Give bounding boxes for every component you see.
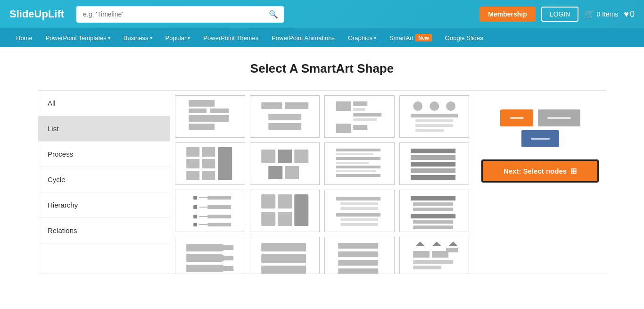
svg-rect-44 [411, 162, 455, 167]
svg-rect-83 [261, 254, 306, 263]
svg-rect-39 [336, 166, 380, 168]
wishlist-count: 0 [630, 9, 635, 19]
svg-rect-41 [336, 174, 380, 177]
chevron-down-icon: ▾ [374, 35, 376, 41]
shape-item[interactable] [250, 95, 320, 138]
new-badge: New [415, 34, 432, 42]
sidebar-item-list[interactable]: List [38, 116, 170, 142]
svg-rect-81 [224, 266, 233, 271]
svg-rect-70 [411, 196, 455, 200]
cart-icon: 🛒 [584, 9, 594, 19]
svg-rect-37 [336, 157, 380, 160]
shape-item[interactable] [399, 190, 470, 232]
svg-rect-9 [336, 101, 351, 111]
search-input[interactable] [76, 7, 263, 22]
page-title: Select A SmartArt Shape [9, 61, 635, 76]
svg-rect-32 [294, 150, 308, 163]
svg-rect-85 [338, 243, 378, 249]
shape-sidebar: All List Process Cycle Hierarchy Relatio… [38, 91, 170, 274]
chevron-down-icon: ▾ [188, 35, 190, 41]
shape-item[interactable] [324, 190, 395, 232]
sidebar-item-relations[interactable]: Relations [38, 218, 170, 243]
svg-rect-35 [336, 149, 380, 151]
sidebar-item-process[interactable]: Process [38, 142, 170, 167]
svg-rect-67 [336, 213, 380, 217]
svg-rect-71 [413, 202, 453, 206]
nav-item-ppt-themes[interactable]: PowerPoint Themes [197, 28, 265, 47]
svg-rect-26 [202, 159, 215, 168]
svg-rect-53 [193, 215, 197, 218]
nav-item-business[interactable]: Business ▾ [117, 28, 159, 47]
nav-item-ppt-templates[interactable]: PowerPoint Templates ▾ [39, 28, 117, 47]
nav-item-graphics[interactable]: Graphics ▾ [341, 28, 383, 47]
cart-count: 0 Items [596, 10, 618, 18]
svg-rect-7 [268, 114, 301, 120]
svg-rect-73 [411, 214, 455, 218]
next-button[interactable]: Next: Select nodes ⊞ [481, 159, 599, 183]
nav-item-ppt-animations[interactable]: PowerPoint Animations [265, 28, 341, 47]
svg-marker-76 [186, 244, 229, 251]
shape-item[interactable] [175, 142, 245, 185]
shape-item[interactable] [175, 237, 245, 274]
svg-rect-19 [411, 114, 458, 117]
shape-item[interactable] [399, 95, 470, 138]
shape-item[interactable] [399, 237, 470, 274]
svg-point-18 [446, 101, 455, 111]
preview-box-orange [500, 109, 533, 126]
shape-item[interactable] [250, 237, 320, 274]
nav-item-popular[interactable]: Popular ▾ [159, 28, 197, 47]
heart-icon: ♥ [624, 9, 629, 19]
svg-rect-33 [268, 166, 282, 179]
svg-rect-63 [294, 194, 308, 226]
svg-rect-77 [224, 245, 233, 250]
svg-rect-93 [432, 251, 448, 258]
nav-item-smartart[interactable]: SmartArt New [383, 28, 438, 47]
wishlist-area[interactable]: ♥ 0 [624, 9, 635, 19]
svg-rect-5 [261, 102, 282, 109]
shape-item[interactable] [324, 237, 395, 274]
svg-rect-50 [193, 205, 197, 209]
search-bar: 🔍 [76, 6, 284, 23]
nav-item-google-slides[interactable]: Google Slides [438, 28, 490, 47]
svg-rect-31 [278, 150, 292, 163]
sidebar-item-hierarchy[interactable]: Hierarchy [38, 192, 170, 218]
svg-rect-61 [261, 212, 275, 226]
sidebar-item-all[interactable]: All [38, 91, 170, 116]
svg-rect-96 [413, 266, 441, 269]
shape-item[interactable] [324, 95, 395, 138]
smartart-container: All List Process Cycle Hierarchy Relatio… [38, 90, 606, 274]
main-content: Select A SmartArt Shape All List Process… [0, 47, 644, 284]
membership-button[interactable]: Membership [479, 7, 535, 22]
svg-marker-90 [432, 242, 441, 246]
preview-box-gray [538, 109, 580, 126]
svg-rect-84 [261, 266, 306, 274]
svg-rect-86 [338, 251, 378, 257]
svg-rect-30 [261, 150, 275, 163]
svg-rect-20 [415, 119, 453, 122]
svg-rect-43 [411, 155, 455, 160]
svg-rect-13 [353, 118, 377, 121]
svg-rect-87 [338, 260, 378, 266]
svg-rect-23 [186, 147, 199, 157]
svg-rect-72 [413, 208, 453, 211]
cart-area[interactable]: 🛒 0 Items [584, 9, 618, 19]
shape-item[interactable] [175, 95, 245, 138]
svg-rect-68 [340, 218, 378, 221]
svg-rect-55 [207, 215, 231, 218]
svg-rect-29 [218, 147, 232, 180]
shape-item[interactable] [399, 142, 470, 185]
svg-marker-80 [186, 265, 229, 272]
shape-item[interactable] [250, 190, 320, 232]
svg-rect-64 [336, 197, 380, 200]
shape-item[interactable] [175, 190, 245, 232]
search-button[interactable]: 🔍 [263, 6, 284, 23]
svg-marker-91 [448, 242, 458, 246]
nav-item-home[interactable]: Home [9, 28, 39, 47]
sidebar-item-cycle[interactable]: Cycle [38, 167, 170, 192]
nodes-icon: ⊞ [570, 167, 577, 175]
shape-item[interactable] [250, 142, 320, 185]
svg-rect-21 [415, 124, 453, 127]
login-button[interactable]: LOGIN [541, 7, 579, 22]
logo[interactable]: SlideUpLift [9, 8, 64, 20]
shape-item[interactable] [324, 142, 395, 185]
